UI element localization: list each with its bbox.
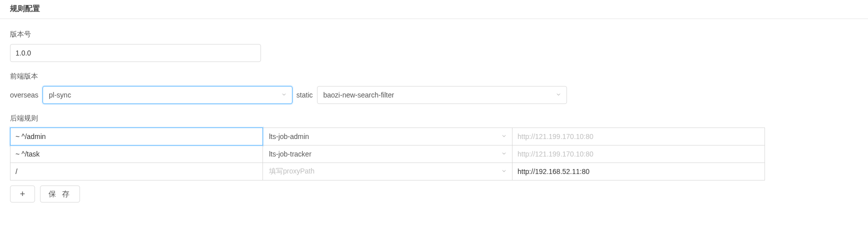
rule-path-input[interactable] (10, 162, 263, 180)
rule-proxy-value: lts-job-tracker (269, 150, 312, 158)
version-block: 版本号 (10, 30, 858, 62)
chevron-down-icon (501, 132, 507, 140)
rule-path-input[interactable] (10, 128, 263, 146)
chevron-down-icon (501, 150, 507, 158)
section-title: 规则配置 (0, 0, 868, 18)
rule-url-input[interactable] (512, 145, 765, 163)
static-select-value: baozi-new-search-filter (324, 91, 394, 99)
rule-url-input[interactable] (512, 128, 765, 146)
chevron-down-icon (556, 91, 562, 99)
page-root: 规则配置 版本号 前端版本 overseas pl-sync static ba… (0, 0, 868, 222)
version-label: 版本号 (10, 30, 858, 39)
overseas-label: overseas (10, 91, 38, 99)
overseas-select[interactable]: pl-sync (42, 86, 292, 104)
rule-proxy-placeholder: 填写proxyPath (269, 167, 314, 176)
frontend-block: 前端版本 overseas pl-sync static baozi-new-s… (10, 72, 858, 104)
backend-label: 后端规则 (10, 114, 858, 123)
table-row: 填写proxyPath (10, 163, 858, 180)
overseas-select-value: pl-sync (49, 91, 71, 99)
version-input[interactable] (10, 44, 261, 62)
rule-proxy-select[interactable]: lts-job-admin (262, 128, 512, 146)
add-button[interactable]: + (10, 186, 35, 202)
static-label: static (296, 91, 313, 99)
frontend-label: 前端版本 (10, 72, 858, 81)
rule-proxy-value: lts-job-admin (269, 132, 309, 140)
button-row: + 保 存 (10, 186, 858, 202)
rule-proxy-select[interactable]: 填写proxyPath (262, 162, 512, 180)
frontend-row: overseas pl-sync static baozi-new-search… (10, 86, 858, 104)
divider (0, 18, 868, 19)
rule-proxy-select[interactable]: lts-job-tracker (262, 145, 512, 163)
rule-path-input[interactable] (10, 145, 263, 163)
rule-url-input[interactable] (512, 162, 765, 180)
static-select[interactable]: baozi-new-search-filter (317, 86, 567, 104)
chevron-down-icon (281, 91, 287, 99)
table-row: lts-job-admin (10, 128, 858, 146)
table-row: lts-job-tracker (10, 146, 858, 163)
save-button[interactable]: 保 存 (40, 186, 80, 202)
backend-block: 后端规则 lts-job-admin lts-job-tracker (10, 114, 858, 202)
form-body: 版本号 前端版本 overseas pl-sync static baozi-n… (0, 30, 868, 222)
chevron-down-icon (501, 168, 507, 176)
